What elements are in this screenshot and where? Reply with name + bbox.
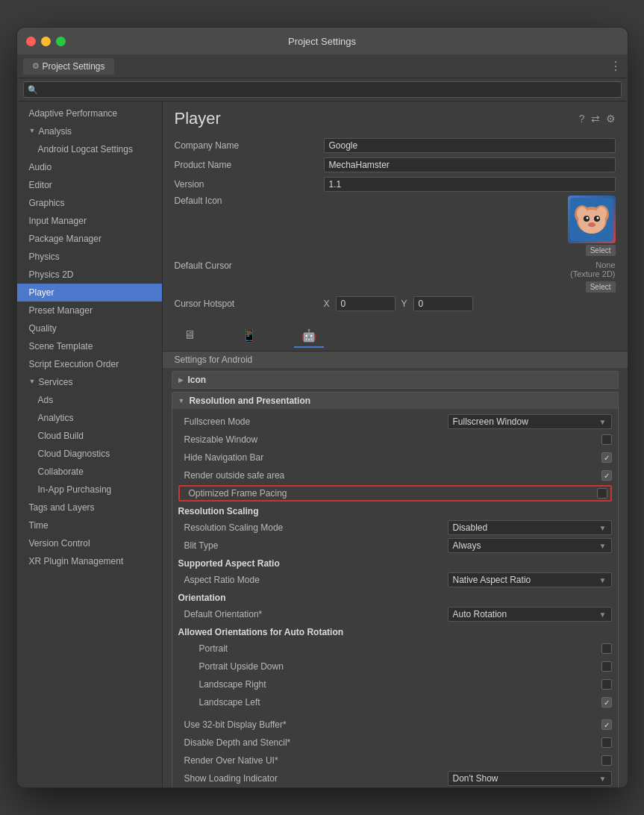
sidebar-item-ads[interactable]: Ads [17, 391, 162, 409]
resolution-scaling-mode-dropdown[interactable]: Disabled ▼ [448, 520, 612, 535]
sidebar-item-editor[interactable]: Editor [17, 176, 162, 194]
sidebar-item-analysis[interactable]: ▼ Analysis [17, 122, 162, 140]
icon-section-header[interactable]: ▶ Icon [172, 372, 618, 388]
render-over-native-label: Render Over Native UI* [178, 755, 601, 766]
allowed-orientations-title: Allowed Orientations for Auto Rotation [178, 627, 612, 637]
icon-select-button[interactable]: Select [586, 245, 616, 256]
android-icon: 🤖 [301, 328, 316, 343]
blit-type-dropdown[interactable]: Always ▼ [448, 538, 612, 553]
sidebar-label-services: Services [38, 375, 72, 389]
tab-android[interactable]: 🤖 [294, 324, 324, 348]
sidebar-item-analytics[interactable]: Analytics [17, 409, 162, 427]
company-name-value[interactable]: Google [324, 138, 616, 153]
sidebar-item-graphics[interactable]: Graphics [17, 194, 162, 212]
aspect-ratio-mode-row: Aspect Ratio Mode Native Aspect Ratio ▼ [178, 572, 612, 588]
resolution-scaling-mode-value: Disabled [453, 522, 488, 533]
show-loading-dropdown[interactable]: Don't Show ▼ [448, 771, 612, 786]
sidebar-item-cloud-diag[interactable]: Cloud Diagnostics [17, 445, 162, 463]
page-title: Player [175, 109, 221, 128]
resizable-window-checkbox[interactable] [601, 434, 612, 445]
expand-icon: ▼ [29, 126, 36, 137]
sidebar-item-tags[interactable]: Tags and Layers [17, 499, 162, 516]
settings-icon[interactable]: ⚙ [606, 113, 616, 125]
hide-nav-checkbox[interactable]: ✓ [601, 452, 612, 463]
landscape-left-checkbox[interactable]: ✓ [601, 697, 612, 708]
portrait-checkbox[interactable] [601, 643, 612, 654]
sidebar-item-audio[interactable]: Audio [17, 158, 162, 176]
sidebar-item-time[interactable]: Time [17, 516, 162, 534]
fullscreen-mode-row: Fullscreen Mode Fullscreen Window ▼ [178, 413, 612, 430]
resizable-window-label: Resizable Window [178, 434, 601, 445]
sidebar-item-android-logcat[interactable]: Android Logcat Settings [17, 140, 162, 158]
icon-section-triangle: ▶ [178, 376, 184, 384]
render-over-native-checkbox[interactable] [601, 755, 612, 766]
version-value[interactable]: 1.1 [324, 177, 616, 192]
default-orientation-dropdown[interactable]: Auto Rotation ▼ [448, 607, 612, 622]
sidebar-item-xr[interactable]: XR Plugin Management [17, 552, 162, 570]
dropdown-arrow2: ▼ [599, 524, 607, 532]
sidebar-item-physics[interactable]: Physics [17, 248, 162, 266]
svg-point-9 [586, 217, 588, 219]
product-name-label: Product Name [175, 160, 324, 170]
landscape-right-row: Landscape Right [178, 676, 612, 693]
portrait-upside-down-checkbox[interactable] [601, 661, 612, 672]
minimize-button[interactable] [41, 37, 51, 46]
sidebar-item-quality[interactable]: Quality [17, 319, 162, 337]
landscape-right-checkbox[interactable] [601, 679, 612, 690]
sidebar-item-script-execution[interactable]: Script Execution Order [17, 355, 162, 373]
sidebar-item-package[interactable]: Package Manager [17, 230, 162, 248]
toolbar-menu-button[interactable]: ⋮ [610, 59, 622, 73]
disable-depth-row: Disable Depth and Stencil* [178, 734, 612, 751]
expand-icon-services: ▼ [29, 377, 36, 387]
hotspot-inputs: X Y [324, 296, 473, 311]
sidebar-item-iap[interactable]: In-App Purchasing [17, 481, 162, 499]
sidebar-item-version-control[interactable]: Version Control [17, 534, 162, 552]
dropdown-arrow5: ▼ [599, 611, 607, 619]
tab-mobile[interactable]: 📱 [234, 324, 264, 348]
default-icon-row: Default Icon [175, 196, 616, 256]
maximize-button[interactable] [56, 37, 66, 46]
active-tab[interactable]: ⚙ Project Settings [23, 58, 114, 75]
hotspot-y-input[interactable] [413, 296, 473, 311]
sidebar-item-adaptive[interactable]: Adaptive Performance [17, 104, 162, 122]
settings-icon: ⚙ [32, 61, 40, 71]
resolution-scaling-mode-row: Resolution Scaling Mode Disabled ▼ [178, 519, 612, 536]
search-icon: 🔍 [28, 85, 38, 95]
close-button[interactable] [26, 37, 36, 46]
sidebar: Adaptive Performance ▼ Analysis Android … [17, 102, 163, 787]
help-icon[interactable]: ? [579, 113, 585, 125]
sidebar-item-collaborate[interactable]: Collaborate [17, 463, 162, 481]
disable-depth-checkbox[interactable] [601, 737, 612, 748]
optimized-frame-checkbox[interactable] [597, 488, 607, 499]
sidebar-item-cloud-build[interactable]: Cloud Build [17, 427, 162, 445]
default-cursor-row: Default Cursor None (Texture 2D) Select [175, 260, 616, 293]
title-bar: Project Settings [17, 28, 628, 54]
search-input[interactable] [23, 81, 622, 98]
hide-nav-row: Hide Navigation Bar ✓ [178, 449, 612, 466]
company-name-label: Company Name [175, 140, 324, 151]
fullscreen-mode-dropdown[interactable]: Fullscreen Window ▼ [448, 414, 612, 429]
product-name-value[interactable]: MechaHamster [324, 157, 616, 172]
sidebar-item-player[interactable]: Player [17, 284, 162, 302]
render-safe-checkbox[interactable]: ✓ [601, 470, 612, 481]
tab-monitor[interactable]: 🖥 [175, 324, 204, 348]
aspect-ratio-mode-dropdown[interactable]: Native Aspect Ratio ▼ [448, 572, 612, 587]
landscape-left-label: Landscape Left [193, 697, 601, 708]
resolution-section-header[interactable]: ▼ Resolution and Presentation [172, 393, 618, 409]
sidebar-item-input[interactable]: Input Manager [17, 212, 162, 230]
blit-type-row: Blit Type Always ▼ [178, 537, 612, 554]
layout-icon[interactable]: ⇄ [591, 113, 600, 125]
cursor-hotspot-row: Cursor Hotspot X Y [175, 296, 616, 312]
sidebar-item-scene-template[interactable]: Scene Template [17, 337, 162, 355]
show-loading-row: Show Loading Indicator Don't Show ▼ [178, 770, 612, 787]
hotspot-x-input[interactable] [336, 296, 396, 311]
hamster-icon-svg [570, 198, 613, 241]
use-32bit-checkbox[interactable]: ✓ [601, 719, 612, 730]
sidebar-item-services[interactable]: ▼ Services [17, 373, 162, 391]
cursor-select-button[interactable]: Select [586, 281, 616, 293]
portrait-upside-down-row: Portrait Upside Down [178, 658, 612, 675]
icon-section-panel: ▶ Icon [172, 371, 619, 389]
sidebar-item-physics2d[interactable]: Physics 2D [17, 266, 162, 284]
sidebar-item-preset[interactable]: Preset Manager [17, 302, 162, 319]
company-name-row: Company Name Google [175, 137, 616, 154]
